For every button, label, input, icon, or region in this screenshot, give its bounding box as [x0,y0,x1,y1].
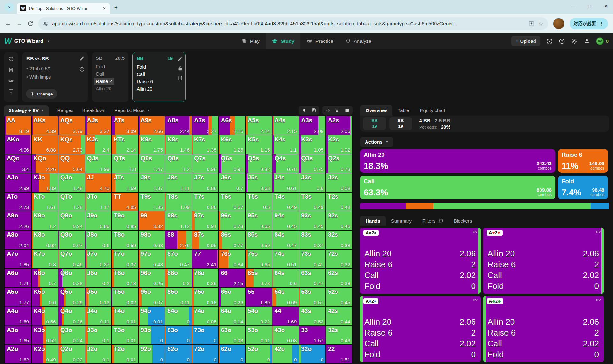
matrix-cell-85s[interactable]: 85s0.59 [246,231,272,249]
profile-attention-badge[interactable]: 対応が必要 ⋮ [570,18,608,29]
node-action-allin-20[interactable]: Allin 20 [137,85,182,93]
matrix-cell-J8o[interactable]: J8o0.6 [85,231,111,249]
matrix-cell-22[interactable]: 221.51 [326,345,352,363]
matrix-cell-87o[interactable]: 87o0.47 [165,250,192,268]
matrix-cell-76s[interactable]: 76s0.84 [219,250,245,268]
matrix-cell-JTo[interactable]: JTo1.17 [85,193,111,211]
matrix-cell-A8o[interactable]: A8o2.04 [5,231,31,249]
suit-view-icon[interactable] [302,108,306,113]
matrix-cell-97o[interactable]: 97o0.43 [139,250,165,268]
matrix-cell-99[interactable]: 993.32 [139,211,165,230]
nav-item-analyze[interactable]: Analyze [339,33,377,49]
stack-depth-icon[interactable] [8,89,14,94]
matrix-cell-T6s[interactable]: T6s0.67 [219,193,245,211]
matrix-cell-ATo[interactable]: ATo2.73 [5,193,31,211]
matrix-cell-65o[interactable]: 65o0.26 [219,288,245,306]
tab-strategy-ev[interactable]: Strategy + EV▼ [4,105,49,116]
matrix-cell-96o[interactable]: 96o0.25 [139,269,165,287]
matrix-cell-J8s[interactable]: J8s1.11 [165,173,192,192]
matrix-cell-Q8o[interactable]: Q8o0.67 [58,231,85,249]
new-tab-button[interactable]: + [114,4,118,11]
matrix-cell-95s[interactable]: 95s0.55 [246,211,272,230]
matrix-cell-A8s[interactable]: A8s2.44 [165,116,192,135]
matrix-cell-J3s[interactable]: J3s0.6 [299,173,325,192]
matrix-cell-64s[interactable]: 64s0.6 [272,269,299,287]
matrix-cell-T4s[interactable]: T4s0.49 [272,193,299,211]
matrix-cell-83s[interactable]: 83s0.37 [299,231,325,249]
node-action-fold[interactable]: Fold [137,63,182,71]
matrix-cell-96s[interactable]: 96s0.73 [219,211,245,230]
matrix-cell-A5s[interactable]: A5s2.24 [246,116,272,135]
matrix-cell-73s[interactable]: 73s0.41 [299,250,325,268]
matrix-cell-K5o[interactable]: K5o0.6 [32,288,58,306]
action-card-fold[interactable]: Fold7.4%98.48combos [558,176,608,199]
node-action-call[interactable]: Call [137,71,182,78]
matrix-cell-QQ[interactable]: QQ5.64 [58,154,85,173]
account-icon[interactable] [584,38,590,44]
tab-search-chevron-icon[interactable]: ˅ [4,2,14,12]
matrix-cell-KTs[interactable]: KTs2.14 [112,135,138,154]
matrix-cell-43s[interactable]: 43s0.53 [299,307,325,325]
matrix-cell-A3o[interactable]: A3o1.65 [5,326,31,345]
back-button[interactable]: ← [5,20,11,27]
matrix-cell-95o[interactable]: 95o0.07 [139,288,165,306]
url-text[interactable]: app.gtowizard.com/solutions?solution_typ… [52,21,525,27]
matrix-cell-AJo[interactable]: AJo2.99 [5,173,31,192]
grid-dots-icon[interactable] [335,108,340,113]
matrix-cell-JTs[interactable]: JTs1.69 [112,173,138,192]
sb-node-panel[interactable]: SB 20.5 FoldCallRaise 2Allin 20 [92,52,128,102]
matrix-cell-73o[interactable]: 73o0 [192,326,218,345]
matrix-cell-52s[interactable]: 52s0.45 [326,288,352,306]
matrix-cell-62s[interactable]: 62s0.38 [326,269,352,287]
player-chip-sb[interactable]: SB 19 [389,117,412,130]
matrix-cell-K5s[interactable]: K5s1.15 [246,135,272,154]
matrix-cell-75o[interactable]: 75o0.18 [192,288,218,306]
matrix-cell-66[interactable]: 662.15 [219,269,245,287]
solid-square-icon[interactable] [345,108,350,113]
matrix-cell-98s[interactable]: 98s1.12 [165,211,192,230]
contrast-view-icon[interactable] [311,108,316,113]
matrix-cell-T4o[interactable]: T4o0.01 [112,307,138,325]
matrix-cell-T5o[interactable]: T5o0.02 [112,288,138,306]
matrix-cell-ATs[interactable]: ATs3.09 [112,116,138,135]
matrix-cell-32o[interactable]: 32o0 [299,345,325,363]
matrix-cell-92o[interactable]: 92o0 [139,345,165,363]
matrix-cell-43o[interactable]: 43o0.08 [272,326,299,345]
matrix-cell-T9s[interactable]: T9s1.35 [139,193,165,211]
matrix-cell-Q4s[interactable]: Q4s0.78 [272,154,299,173]
matrix-cell-A5o[interactable]: A5o1.77 [5,288,31,306]
matrix-cell-KQo[interactable]: KQo2.26 [32,154,58,173]
matrix-cell-A7o[interactable]: A7o1.85 [5,250,31,268]
matrix-cell-92s[interactable]: 92s0.45 [326,211,352,230]
window-close-button[interactable]: × [604,4,607,9]
matrix-cell-K9o[interactable]: K9o1.2 [32,211,58,230]
matrix-cell-Q7o[interactable]: Q7o0.46 [58,250,85,268]
matrix-cell-QJo[interactable]: QJo1.48 [58,173,85,192]
matrix-cell-42o[interactable]: 42o0 [272,345,299,363]
screenshot-scan-icon[interactable] [546,38,553,44]
reload-button[interactable] [27,21,33,27]
matrix-cell-K4o[interactable]: K4o0.56 [32,307,58,325]
hand-card-A♠2♠[interactable]: A♠2♠EVAllin 202.06Raise 62Call2.02Fold0 [360,228,481,294]
matrix-cell-Q3s[interactable]: Q3s0.75 [299,154,325,173]
matrix-cell-98o[interactable]: 98o0.63 [139,231,165,249]
hand-card-A♦2♦[interactable]: A♦2♦EVAllin 202.06Raise 62Call2.02Fold0 [360,296,481,362]
matrix-cell-K8o[interactable]: K8o0.92 [32,231,58,249]
lock-icon[interactable] [178,66,183,71]
matrix-cell-86s[interactable]: 86s0.77 [219,231,245,249]
matrix-cell-K2s[interactable]: K2s1.02 [326,135,352,154]
matrix-cell-54s[interactable]: 54s0.69 [272,288,299,306]
hand-card-A♥2♥[interactable]: A♥2♥EVAllin 202.06Raise 62Call2.02Fold0 [483,228,604,294]
node-action-raise-6[interactable]: Raise 6 [137,78,182,85]
matrix-cell-63s[interactable]: 63s0.47 [299,269,325,287]
crosshair-icon[interactable] [326,108,330,113]
action-card-raise-6[interactable]: Raise 611%146.03combos [558,149,608,173]
matrix-cell-J9o[interactable]: J9o0.86 [85,211,111,230]
tab-equity-chart[interactable]: Equity chart [415,105,451,116]
upload-button[interactable]: ↑ Upload [511,36,540,46]
matrix-cell-64o[interactable]: 64o0.14 [219,307,245,325]
matrix-cell-QTs[interactable]: QTs1.8 [112,154,138,173]
matrix-cell-Q6s[interactable]: Q6s0.91 [219,154,245,173]
save-icon[interactable] [8,67,14,72]
matrix-cell-T3o[interactable]: T3o0.01 [112,326,138,345]
